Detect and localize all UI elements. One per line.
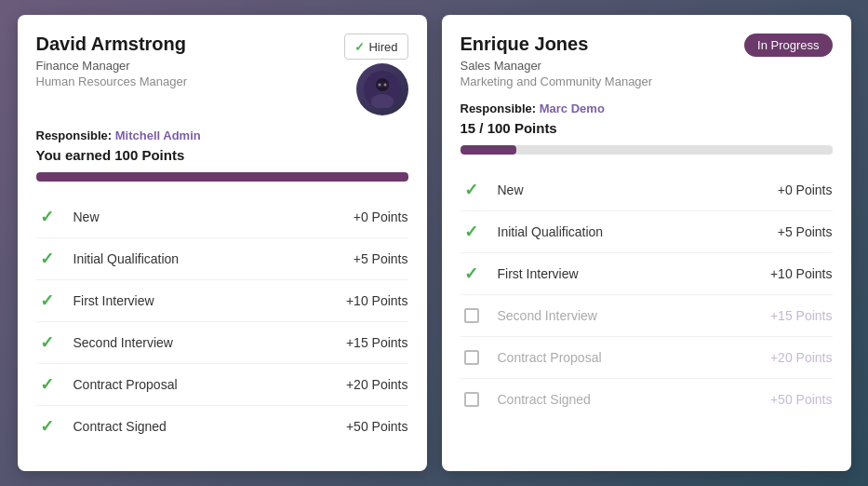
stage-item: Contract Proposal+20 Points: [461, 336, 833, 378]
stage-item: ✓Contract Proposal+20 Points: [36, 363, 408, 405]
stage-name: Contract Proposal: [498, 350, 770, 365]
stage-name: First Interview: [498, 266, 770, 281]
checkbox-icon: [461, 388, 483, 411]
stage-name: First Interview: [73, 293, 346, 308]
svg-point-4: [378, 84, 381, 87]
checkbox-icon: [461, 346, 483, 369]
stage-name: Second Interview: [73, 335, 346, 350]
stage-points: +10 Points: [346, 293, 408, 308]
stage-points: +0 Points: [778, 182, 833, 197]
progress-bar-2: [461, 145, 833, 155]
card-title-section-2: Enrique Jones Sales Manager Marketing an…: [461, 34, 745, 88]
checkmark-icon: ✓: [464, 180, 478, 200]
responsible-label-1: Responsible: Mitchell Admin: [36, 128, 201, 142]
stage-item: Contract Signed+50 Points: [461, 378, 833, 420]
stage-name: Initial Qualification: [73, 251, 354, 266]
job-title-2b: Marketing and Community Manager: [461, 74, 745, 88]
stage-item: ✓New+0 Points: [461, 169, 833, 210]
checkmark-icon: ✓: [464, 263, 478, 284]
check-icon: ✓: [36, 206, 59, 228]
check-icon: ✓: [461, 263, 483, 285]
checkmark-icon: ✓: [40, 416, 54, 437]
header-right-1: ✓ Hired: [344, 34, 407, 115]
responsible-section-1: Responsible: Mitchell Admin: [36, 127, 408, 143]
card-header-1: David Armstrong Finance Manager Human Re…: [36, 34, 408, 115]
progress-bar-1: [36, 172, 408, 182]
card-title-section-1: David Armstrong Finance Manager Human Re…: [36, 34, 345, 88]
points-label-2: 15 / 100 Points: [461, 120, 833, 136]
responsible-label-2: Responsible: Marc Demo: [461, 101, 605, 115]
hired-badge-label: Hired: [368, 40, 397, 54]
avatar-1: [356, 63, 408, 115]
checkmark-icon: ✓: [40, 332, 54, 353]
check-icon: ✓: [36, 248, 59, 270]
candidate-name-1: David Armstrong: [36, 34, 345, 55]
card-enrique-jones: Enrique Jones Sales Manager Marketing an…: [442, 15, 851, 471]
responsible-name-1: Mitchell Admin: [115, 128, 201, 142]
responsible-section-2: Responsible: Marc Demo: [461, 100, 833, 116]
hired-badge: ✓ Hired: [344, 34, 407, 60]
hired-check-icon: ✓: [354, 40, 365, 54]
cards-container: David Armstrong Finance Manager Human Re…: [0, 0, 868, 486]
stages-list-2: ✓New+0 Points✓Initial Qualification+5 Po…: [461, 169, 833, 420]
stage-item: ✓First Interview+10 Points: [36, 279, 408, 321]
job-title-2a: Sales Manager: [461, 59, 745, 73]
progress-bar-fill-1: [36, 172, 408, 182]
check-icon: ✓: [461, 221, 483, 243]
svg-point-5: [383, 84, 386, 87]
checkmark-icon: ✓: [40, 207, 54, 227]
stage-points: +50 Points: [346, 419, 408, 434]
stage-points: +5 Points: [778, 224, 833, 239]
stage-name: Second Interview: [498, 308, 770, 323]
points-label-1: You earned 100 Points: [36, 147, 408, 163]
checkmark-icon: ✓: [40, 290, 54, 311]
progress-bar-fill-2: [461, 145, 516, 155]
stage-points: +10 Points: [770, 266, 833, 281]
checkmark-icon: ✓: [40, 374, 54, 395]
stage-name: New: [498, 182, 778, 197]
checkmark-icon: ✓: [40, 249, 54, 269]
check-icon: ✓: [36, 373, 59, 396]
job-title-1a: Finance Manager: [36, 59, 345, 73]
checkbox-icon: [461, 304, 483, 327]
check-icon: ✓: [36, 290, 59, 312]
stage-item: ✓Second Interview+15 Points: [36, 321, 408, 363]
stage-item: Second Interview+15 Points: [461, 294, 833, 336]
stage-points: +15 Points: [346, 335, 408, 350]
stage-points: +20 Points: [346, 377, 408, 392]
empty-checkbox: [464, 392, 479, 407]
card-david-armstrong: David Armstrong Finance Manager Human Re…: [18, 15, 427, 471]
stage-name: Contract Proposal: [73, 377, 346, 392]
candidate-name-2: Enrique Jones: [461, 34, 745, 55]
check-icon: ✓: [36, 331, 59, 354]
header-right-2: In Progress: [744, 34, 832, 57]
stage-item: ✓Initial Qualification+5 Points: [461, 210, 833, 252]
stage-item: ✓First Interview+10 Points: [461, 252, 833, 294]
empty-checkbox: [464, 350, 479, 365]
stage-name: Contract Signed: [498, 392, 770, 407]
card-header-2: Enrique Jones Sales Manager Marketing an…: [461, 34, 833, 88]
empty-checkbox: [464, 308, 479, 323]
stage-points: +50 Points: [770, 392, 833, 407]
stage-points: +5 Points: [354, 251, 408, 266]
stages-list-1: ✓New+0 Points✓Initial Qualification+5 Po…: [36, 196, 408, 447]
check-icon: ✓: [36, 415, 59, 438]
checkmark-icon: ✓: [464, 222, 478, 242]
stage-item: ✓New+0 Points: [36, 196, 408, 237]
stage-points: +15 Points: [770, 308, 833, 323]
stage-name: Initial Qualification: [498, 224, 778, 239]
in-progress-badge: In Progress: [744, 34, 832, 57]
stage-points: +0 Points: [354, 209, 408, 224]
stage-item: ✓Contract Signed+50 Points: [36, 405, 408, 447]
stage-name: New: [73, 209, 354, 224]
stage-name: Contract Signed: [73, 419, 346, 434]
check-icon: ✓: [461, 179, 483, 201]
responsible-name-2: Marc Demo: [540, 101, 605, 115]
stage-item: ✓Initial Qualification+5 Points: [36, 237, 408, 279]
job-title-1b: Human Resources Manager: [36, 74, 345, 88]
stage-points: +20 Points: [770, 350, 833, 365]
